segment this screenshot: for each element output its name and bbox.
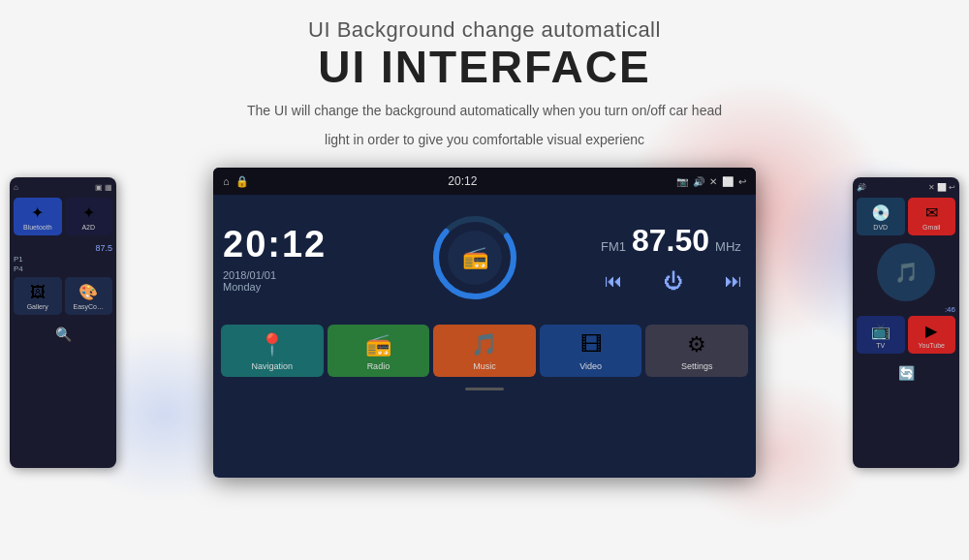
dvd-label: DVD: [873, 224, 888, 231]
right-circle-widget: 🎵: [877, 243, 935, 301]
tv-icon: 📺: [871, 322, 891, 340]
bluetooth-tile[interactable]: ✦ Bluetooth: [14, 198, 62, 235]
video-icon: 🎞: [580, 332, 602, 358]
dvd-icon: 💿: [871, 203, 891, 222]
fm-controls: ⏮ ⏻ ⏭: [601, 270, 746, 293]
fm-next-btn[interactable]: ⏭: [725, 271, 742, 292]
easyco-tile[interactable]: 🎨 EasyCo…: [65, 277, 113, 315]
fm-top: FM1 87.50 MHz: [601, 223, 746, 259]
radio-circle-svg: 📻: [431, 214, 518, 301]
left-status-icons: ▣ ▦: [95, 183, 112, 192]
status-close-icon: ✕: [709, 176, 717, 187]
video-label: Video: [579, 361, 602, 371]
radio-tile[interactable]: 📻 Radio: [328, 325, 430, 377]
video-tile[interactable]: 🎞 Video: [540, 325, 642, 377]
bottom-dot: [213, 383, 756, 395]
a2d-label: A2D: [81, 224, 95, 231]
radio-label: Radio: [367, 361, 391, 371]
dvd-tile[interactable]: 💿 DVD: [857, 198, 905, 235]
clock-date: 2018/01/01: [223, 269, 349, 281]
status-lock-icon: 🔒: [235, 175, 249, 188]
settings-icon: ⚙: [687, 332, 706, 358]
left-p1: P1: [14, 255, 112, 264]
left-screen-content: ⌂ ▣ ▦ ✦ Bluetooth ✦ A2D 87.5 P1 P4 🖼 Gal: [10, 177, 116, 468]
gallery-label: Gallery: [27, 303, 48, 310]
fm-label: FM1: [601, 239, 626, 254]
main-status-bar: ⌂ 🔒 20:12 📷 🔊 ✕ ⬜ ↩: [213, 168, 756, 195]
clock-day: Monday: [223, 281, 349, 293]
music-icon: 🎵: [471, 332, 497, 358]
radio-icon: 📻: [365, 332, 391, 358]
status-left: ⌂ 🔒: [223, 175, 249, 188]
status-time: 20:12: [448, 174, 477, 188]
bluetooth-icon: ✦: [31, 203, 44, 222]
right-icons: ✕ ⬜ ↩: [928, 183, 955, 192]
fm-block: FM1 87.50 MHz ⏮ ⏻ ⏭: [601, 202, 746, 313]
youtube-label: YouTube: [918, 342, 945, 349]
right-status-bar: 🔊 ✕ ⬜ ↩: [857, 183, 955, 192]
status-camera-icon: 📷: [676, 176, 688, 187]
left-fm-text: 87.5: [14, 243, 112, 253]
settings-label: Settings: [681, 361, 713, 371]
right-circle-icon: 🎵: [894, 261, 919, 284]
fm-unit: MHz: [715, 239, 741, 254]
right-screen-content: 🔊 ✕ ⬜ ↩ 💿 DVD ✉ Gmail 🎵 :46 📺: [853, 177, 959, 468]
separator-line: [465, 388, 504, 390]
fm-frequency: 87.50: [632, 223, 709, 259]
status-screen-icon: ⬜: [722, 176, 734, 187]
clock-time: 20:12: [223, 224, 349, 265]
youtube-tile[interactable]: ▶ YouTube: [908, 316, 956, 354]
left-search-icon[interactable]: 🔍: [14, 327, 112, 342]
bluetooth-label: Bluetooth: [23, 224, 52, 231]
clock-block: 20:12 2018/01/01 Monday: [223, 202, 349, 313]
settings-tile[interactable]: ⚙ Settings: [645, 325, 748, 377]
status-back-icon: ↩: [738, 176, 746, 187]
tv-label: TV: [876, 342, 885, 349]
radio-circle-block: 📻: [359, 202, 591, 313]
left-status-bar: ⌂ ▣ ▦: [14, 183, 112, 192]
right-screen: 🔊 ✕ ⬜ ↩ 💿 DVD ✉ Gmail 🎵 :46 📺: [853, 177, 959, 468]
youtube-icon: ▶: [925, 322, 937, 340]
music-tile[interactable]: 🎵 Music: [433, 325, 536, 377]
navigation-icon: 📍: [259, 332, 285, 358]
header-desc-line2: light in order to give you comfortable v…: [0, 129, 969, 150]
music-label: Music: [473, 361, 496, 371]
navigation-tile[interactable]: 📍 Navigation: [221, 325, 324, 377]
left-p4: P4: [14, 264, 112, 273]
gallery-tile[interactable]: 🖼 Gallery: [14, 277, 62, 315]
fm-power-btn[interactable]: ⏻: [664, 270, 683, 293]
status-volume-icon: 🔊: [693, 176, 704, 187]
gallery-icon: 🖼: [30, 284, 46, 301]
a2d-icon: ✦: [82, 203, 95, 222]
main-screen: ⌂ 🔒 20:12 📷 🔊 ✕ ⬜ ↩ 20:12 2018/01/01 Mon…: [213, 168, 756, 478]
status-home-icon: ⌂: [223, 175, 230, 187]
tv-tile[interactable]: 📺 TV: [857, 316, 905, 354]
app-grid: 📍 Navigation 📻 Radio 🎵 Music 🎞 Video ⚙ S…: [213, 321, 756, 383]
top-widget: 20:12 2018/01/01 Monday 📻 FM1: [213, 195, 756, 321]
header-title: UI INTERFACE: [0, 43, 969, 92]
left-screen: ⌂ ▣ ▦ ✦ Bluetooth ✦ A2D 87.5 P1 P4 🖼 Gal: [10, 177, 116, 468]
gmail-label: Gmail: [922, 224, 940, 231]
gmail-icon: ✉: [925, 203, 938, 222]
header-area: UI Background change automaticall UI INT…: [0, 0, 969, 158]
status-right: 📷 🔊 ✕ ⬜ ↩: [676, 176, 746, 187]
header-desc-line1: The UI will change the background automa…: [0, 100, 969, 121]
left-home-icon: ⌂: [14, 183, 18, 192]
radio-circle: 📻: [431, 214, 518, 301]
right-time-label: :46: [857, 305, 955, 314]
header-subtitle: UI Background change automaticall: [0, 17, 969, 43]
gmail-tile[interactable]: ✉ Gmail: [908, 198, 956, 235]
screens-container: ⌂ ▣ ▦ ✦ Bluetooth ✦ A2D 87.5 P1 P4 🖼 Gal: [0, 158, 969, 487]
svg-text:📻: 📻: [462, 244, 489, 270]
a2d-tile[interactable]: ✦ A2D: [65, 198, 113, 235]
easyco-icon: 🎨: [78, 283, 98, 301]
fm-prev-btn[interactable]: ⏮: [605, 271, 622, 292]
right-vol-icon: 🔊: [857, 183, 866, 192]
easyco-label: EasyCo…: [73, 303, 104, 310]
navigation-label: Navigation: [252, 361, 294, 371]
right-refresh-icon[interactable]: 🔄: [857, 365, 955, 381]
